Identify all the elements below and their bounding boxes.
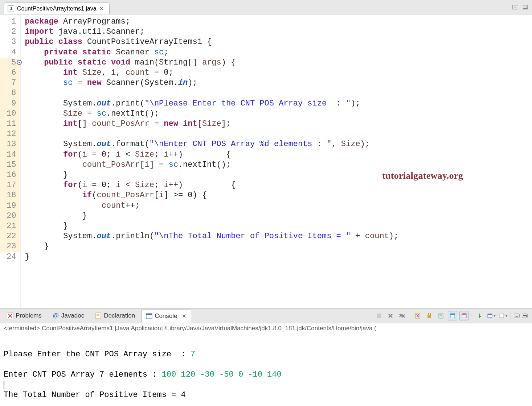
max-view-icon[interactable]: ▭ <box>522 314 528 318</box>
open-console-icon[interactable]: + <box>498 311 508 320</box>
maximize-icon[interactable]: ▭ <box>522 5 528 9</box>
editor-tab-bar: J CountPositiveArrayItems1.java ✕ – ▭ <box>0 0 532 14</box>
pin-console-icon[interactable] <box>475 311 484 320</box>
editor-tab[interactable]: J CountPositiveArrayItems1.java ✕ <box>4 3 110 14</box>
declaration-tab[interactable]: Declaration <box>90 309 140 322</box>
problems-tab[interactable]: Problems <box>2 309 46 322</box>
min-view-icon[interactable]: – <box>514 314 520 318</box>
bottom-tab-bar: Problems @ Javadoc Declaration Console ✕… <box>0 308 532 323</box>
display-selected-console-icon[interactable] <box>487 311 496 320</box>
minimize-icon[interactable]: – <box>512 5 518 9</box>
svg-rect-5 <box>146 314 152 315</box>
scroll-lock-icon[interactable] <box>425 311 434 320</box>
svg-rect-8 <box>427 315 431 318</box>
close-view-icon[interactable]: ✕ <box>182 313 187 319</box>
word-wrap-icon[interactable] <box>436 311 446 320</box>
svg-rect-9 <box>439 313 443 318</box>
declaration-label: Declaration <box>104 312 135 319</box>
show-console-err-icon[interactable] <box>459 311 469 320</box>
javadoc-label: Javadoc <box>61 312 84 319</box>
console-output[interactable]: Please Enter the CNT POS Array size : 7 … <box>0 334 532 406</box>
java-file-icon: J <box>8 5 14 12</box>
code-area[interactable]: package ArrayPrograms; import java.util.… <box>21 14 532 308</box>
console-icon <box>146 313 152 319</box>
terminate-icon[interactable] <box>374 311 384 320</box>
problems-icon <box>7 312 13 319</box>
remove-all-icon[interactable] <box>397 311 407 320</box>
problems-label: Problems <box>16 312 42 319</box>
console-toolbar: + – ▭ <box>374 311 530 320</box>
svg-rect-15 <box>462 314 466 315</box>
console-header: <terminated> CountPositiveArrayItems1 [J… <box>0 323 532 334</box>
console-label: Console <box>155 312 177 320</box>
remove-launch-icon[interactable] <box>386 311 395 320</box>
line-gutter: 123456789101112131415161718192021222324 <box>0 14 21 308</box>
svg-rect-6 <box>377 314 381 318</box>
javadoc-icon: @ <box>53 312 59 319</box>
declaration-icon <box>95 312 102 319</box>
clear-console-icon[interactable] <box>413 311 422 320</box>
svg-rect-17 <box>488 314 492 315</box>
svg-rect-1 <box>96 313 101 319</box>
svg-rect-13 <box>450 314 455 315</box>
close-tab-icon[interactable]: ✕ <box>99 5 104 12</box>
svg-text:+: + <box>503 313 505 316</box>
show-console-out-icon[interactable] <box>448 311 457 320</box>
console-tab[interactable]: Console ✕ <box>141 310 191 323</box>
tab-filename: CountPositiveArrayItems1.java <box>17 5 97 12</box>
code-editor[interactable]: 123456789101112131415161718192021222324 … <box>0 14 532 308</box>
watermark: tutorialgateway.org <box>382 170 463 181</box>
javadoc-tab[interactable]: @ Javadoc <box>48 309 89 322</box>
